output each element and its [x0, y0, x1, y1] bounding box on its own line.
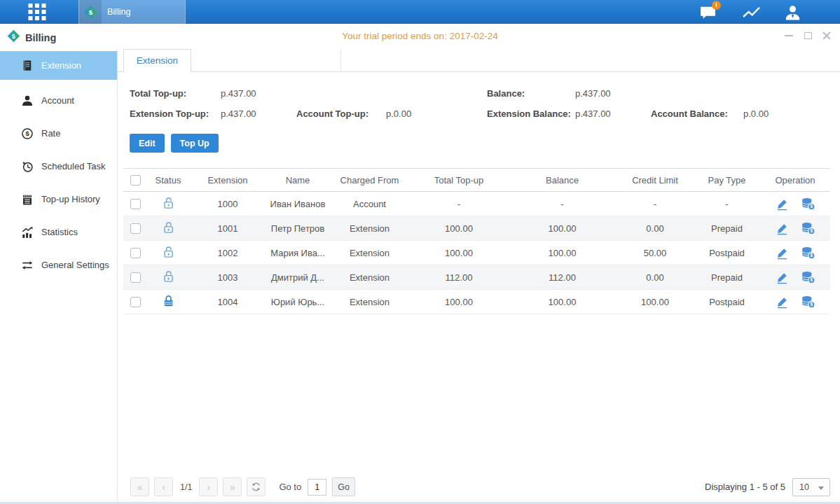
row-checkbox[interactable]	[130, 297, 141, 307]
taskbar-item-billing[interactable]: $ Billing	[78, 0, 186, 24]
extension-ledger-icon	[21, 59, 34, 72]
close-icon[interactable]	[822, 31, 832, 41]
sidebar-item-label: Top-up History	[41, 194, 100, 204]
row-checkbox[interactable]	[130, 223, 141, 234]
prev-page-button[interactable]: ‹	[154, 477, 173, 496]
statistics-chart-icon	[21, 226, 34, 239]
account-person-icon	[21, 94, 34, 107]
page-indicator: 1/1	[180, 482, 192, 492]
page-size-dropdown[interactable]: 10	[792, 478, 830, 496]
scheduled-task-clock-icon	[21, 160, 34, 173]
sidebar-item-extension[interactable]: Extension	[0, 51, 117, 80]
account-balance-label: Account Balance:	[651, 108, 743, 119]
billing-window-icon: $	[7, 29, 20, 46]
sidebar-item-topup-history[interactable]: Top-up History	[0, 183, 117, 216]
sidebar-item-label: Account	[41, 95, 74, 106]
extension-balance-label: Extension Balance:	[487, 108, 575, 119]
col-extension: Extension	[189, 169, 266, 192]
minimize-icon[interactable]	[784, 31, 794, 41]
sidebar-item-label: Rate	[41, 128, 60, 139]
topup-icon[interactable]: $	[801, 221, 815, 235]
general-settings-arrows-icon	[21, 259, 34, 272]
edit-icon[interactable]	[776, 197, 789, 211]
messages-icon[interactable]: !	[696, 4, 719, 22]
desktop-topbar: $ Billing !	[0, 0, 840, 24]
svg-text:$: $	[810, 277, 813, 283]
billing-app-icon: $	[79, 0, 102, 24]
go-button[interactable]: Go	[332, 477, 355, 496]
sidebar-item-label: General Settings	[41, 260, 109, 270]
app-launcher-grid-icon[interactable]	[27, 3, 48, 21]
col-status: Status	[147, 169, 189, 192]
edit-icon[interactable]	[776, 271, 789, 284]
row-checkbox[interactable]	[130, 199, 141, 209]
edit-icon[interactable]	[776, 222, 789, 235]
col-balance: Balance	[508, 169, 617, 192]
row-checkbox[interactable]	[130, 248, 141, 258]
edit-icon[interactable]	[776, 246, 789, 260]
sidebar: Extension Account $ Rate Scheduled Task	[0, 49, 118, 502]
tab-extension[interactable]: Extension	[123, 49, 191, 73]
topup-icon[interactable]: $	[801, 197, 815, 211]
topup-icon[interactable]: $	[801, 270, 815, 284]
table-row: 1004 Юрий Юрь... Extension 100.00 100.00…	[123, 290, 830, 314]
table-row: 1003 Дмитрий Д... Extension 112.00 112.0…	[123, 265, 830, 290]
first-page-button[interactable]: «	[130, 477, 149, 496]
edit-icon[interactable]	[776, 295, 789, 309]
top-up-button[interactable]: Top Up	[171, 134, 219, 153]
sidebar-item-scheduled-task[interactable]: Scheduled Task	[0, 150, 117, 183]
sidebar-item-label: Scheduled Task	[41, 161, 106, 172]
sidebar-item-label: Statistics	[41, 227, 78, 237]
refresh-icon	[251, 482, 261, 492]
topup-icon[interactable]: $	[801, 295, 815, 309]
svg-text:$: $	[810, 204, 813, 209]
topup-icon[interactable]: $	[801, 246, 815, 260]
user-account-icon[interactable]	[780, 4, 804, 22]
col-charged-from: Charged From	[329, 169, 410, 192]
total-topup-value: p.437.00	[221, 88, 296, 99]
last-page-button[interactable]: »	[223, 477, 242, 496]
goto-page-input[interactable]	[308, 479, 326, 496]
svg-text:$: $	[810, 253, 813, 258]
main-content: Extension Total Top-up: p.437.00 Balance…	[118, 49, 840, 502]
svg-text:$: $	[88, 8, 92, 16]
next-page-button[interactable]: ›	[199, 477, 218, 496]
col-total-topup: Total Top-up	[410, 169, 508, 192]
unlocked-icon	[163, 245, 174, 258]
extension-balance-value: p.437.00	[575, 108, 651, 119]
account-topup-value: p.0.00	[386, 108, 487, 119]
sidebar-item-label: Extension	[41, 60, 81, 71]
topup-history-notepad-icon	[21, 193, 34, 206]
pagination-bar: « ‹ 1/1 › » Go to Go Displaying 1 - 5 of…	[130, 477, 830, 496]
svg-text:$: $	[12, 33, 15, 40]
svg-text:$: $	[25, 130, 29, 137]
balance-label: Balance:	[487, 88, 575, 99]
unlocked-icon	[163, 220, 174, 234]
sidebar-item-rate[interactable]: $ Rate	[0, 117, 117, 150]
table-header-row: Status Extension Name Charged From Total…	[123, 169, 830, 192]
unlocked-icon	[163, 270, 174, 283]
maximize-icon[interactable]	[803, 31, 813, 41]
account-balance-value: p.0.00	[743, 108, 840, 119]
page-size-value: 10	[799, 482, 809, 492]
sidebar-item-general-settings[interactable]: General Settings	[0, 248, 117, 281]
displaying-count: Displaying 1 - 5 of 5	[705, 482, 785, 492]
sidebar-item-statistics[interactable]: Statistics	[0, 216, 117, 248]
edit-button[interactable]: Edit	[130, 134, 165, 153]
table-row: 1001 Петр Петров Extension 100.00 100.00…	[123, 216, 830, 241]
locked-icon	[163, 294, 174, 307]
sidebar-item-account[interactable]: Account	[0, 84, 117, 117]
balance-value: p.437.00	[575, 88, 651, 99]
account-topup-label: Account Top-up:	[296, 108, 386, 119]
table-row: 1000 Иван Иванов Account - - - - $	[123, 192, 830, 216]
resource-monitor-icon[interactable]	[739, 4, 763, 22]
select-all-checkbox[interactable]	[130, 175, 141, 186]
tab-bar: Extension	[118, 49, 840, 72]
row-checkbox[interactable]	[130, 272, 141, 283]
table-row: 1002 Мария Ива... Extension 100.00 100.0…	[123, 241, 830, 265]
balance-summary: Total Top-up: p.437.00 Balance: p.437.00…	[130, 88, 840, 119]
extension-topup-value: p.437.00	[221, 108, 296, 119]
chevron-down-icon	[818, 486, 824, 490]
trial-notice: Your trial period ends on: 2017-02-24	[0, 24, 840, 49]
refresh-button[interactable]	[247, 477, 266, 496]
